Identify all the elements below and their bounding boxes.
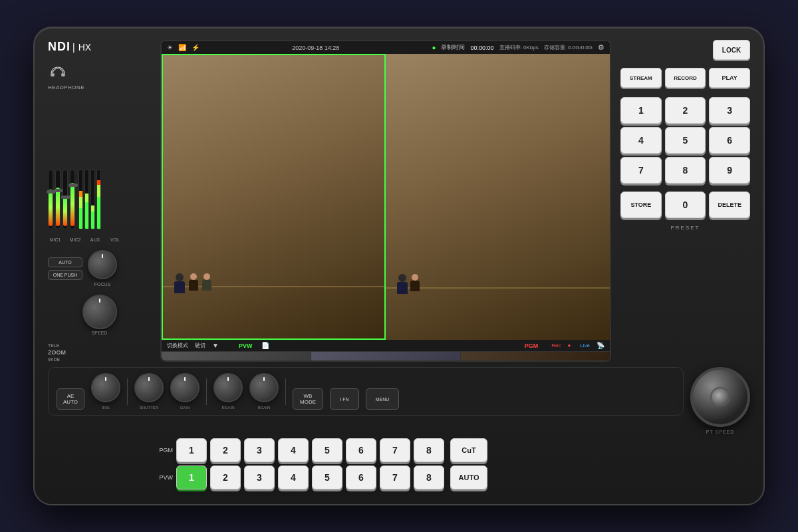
numpad-6[interactable]: 6 [709,127,750,154]
focus-label: FOCUS [94,282,111,287]
fader-aux [63,170,68,229]
one-push-button[interactable]: ONE PUSH [48,270,82,280]
settings-icon[interactable]: ⚙ [598,43,604,52]
person-2 [189,273,198,293]
numpad-2[interactable]: 2 [665,97,706,124]
delete-button[interactable]: DELETE [709,192,750,218]
svg-rect-1 [62,74,65,76]
bgain-knob[interactable] [249,373,279,402]
numpad-4[interactable]: 4 [620,127,662,154]
shutter-knob[interactable] [134,373,164,402]
meeting-scene-1 [163,55,384,338]
shutter-knob-indicator [148,377,150,381]
people-group-1 [174,273,203,293]
pvw-pgm-bar: 切换模式 硬切 ▼ PVW 📄 PGM Rec ● Live 📡 [162,340,610,351]
numpad-9[interactable]: 9 [709,157,750,184]
iris-knob-indicator [105,377,106,381]
wifi-live-icon: 📡 [597,342,604,349]
pgm-btn-8[interactable]: 8 [414,438,444,462]
vu-meter-3 [90,170,95,229]
numpad-7[interactable]: 7 [620,157,662,184]
pvw-btn-6[interactable]: 6 [346,466,376,489]
fader-track-vol[interactable] [70,170,75,229]
shutter-knob-group: SHUTTER [134,373,164,410]
pgm-row-label: PGM [154,447,173,454]
numpad: 1 2 3 4 5 6 7 8 9 [620,97,750,184]
numpad-1[interactable]: 1 [620,97,662,124]
cut-mode-btn[interactable]: 硬切 [195,342,205,349]
joystick[interactable] [690,367,750,427]
center-panel: ☀ 📶 ⚡ 2020-09-18 14:28 ● 录制时间 00:00:00 直… [160,40,611,362]
numpad-5[interactable]: 5 [665,127,706,154]
lock-button[interactable]: LOCK [713,40,750,60]
right-panel: LOCK STREAM RECORD PLAY 1 2 3 4 5 6 7 8 … [620,40,750,362]
pvw-btn-8[interactable]: 8 [414,466,444,489]
pvw-btn-7[interactable]: 7 [380,466,410,489]
iris-knob[interactable] [91,373,120,402]
pgm-btn-1[interactable]: 1 [176,438,207,462]
focus-knob[interactable] [88,250,117,279]
fader-mic1 [48,170,53,229]
pvw-btn-1[interactable]: 1 [176,466,207,489]
ae-auto-button[interactable]: AE AUTO [57,388,84,410]
wb-mode-group: WB MODE [293,388,323,410]
cut-auto-col: CuT [450,438,487,462]
pgm-btn-2[interactable]: 2 [210,438,241,462]
dropdown-arrow[interactable]: ▼ [212,342,219,349]
pvw-row-label: PVW [154,474,173,481]
rgain-knob[interactable] [213,373,243,402]
pvw-btn-3[interactable]: 3 [244,466,275,489]
person-4 [397,274,408,294]
auto-button[interactable]: AUTO [48,257,82,267]
play-button[interactable]: PLAY [709,68,750,88]
knobs-panel: AE AUTO IRIS SHUTTER [48,367,684,416]
model-text: HX [78,42,91,53]
fader-track-mic2[interactable] [55,170,61,229]
live-indicator: Live [580,342,590,348]
status-dot: ● [432,44,436,51]
fader-handle-aux[interactable] [61,196,70,199]
pvw-row: PVW 1 2 3 4 5 6 7 8 AUTO [154,466,617,489]
numpad-8[interactable]: 8 [665,157,706,184]
fader-track-aux[interactable] [63,170,68,229]
pgm-btn-3[interactable]: 3 [244,438,275,462]
wb-mode-button[interactable]: WB MODE [293,388,323,410]
vu-meters [78,170,101,229]
auto-transition-button[interactable]: AUTO [450,466,487,489]
fader-handle-mic2[interactable] [54,189,63,192]
person-head-5 [412,274,418,281]
pvw-btn-5[interactable]: 5 [312,466,342,489]
fader-handle-vol[interactable] [68,184,78,187]
pvw-btn-2[interactable]: 2 [210,466,241,489]
stream-button[interactable]: STREAM [620,68,662,88]
cut-button[interactable]: CuT [450,438,487,462]
shutter-label: SHUTTER [140,406,158,410]
pgm-btn-5[interactable]: 5 [312,438,342,462]
pgm-btn-7[interactable]: 7 [380,438,410,462]
store-button[interactable]: STORE [620,192,662,218]
person-head-1 [176,273,184,281]
speed-knob[interactable] [82,295,117,329]
menu-button[interactable]: MENU [366,388,399,410]
gain-knob[interactable] [170,373,200,402]
fader-label-mic2: MIC2 [68,237,82,242]
numpad-0[interactable]: 0 [665,192,706,218]
tele-label: TELE [48,343,151,348]
numpad-3[interactable]: 3 [709,97,750,124]
fader-level-mic1 [49,190,53,226]
fader-track-mic1[interactable] [48,170,53,229]
fader-mic2 [55,170,61,229]
fn-button[interactable]: I FN [330,388,359,410]
person-body-4 [397,282,408,294]
person-body-2 [189,280,198,291]
fn-group: I FN [330,388,359,410]
pgm-btn-4[interactable]: 4 [278,438,309,462]
pvw-btn-4[interactable]: 4 [278,466,309,489]
pgm-btn-6[interactable]: 6 [346,438,376,462]
vu-meter-2 [84,170,89,229]
pvw-label: PVW [239,342,253,349]
joystick-knob [710,387,730,407]
rgain-knob-group: RGAIN [213,373,243,410]
record-button[interactable]: RECORD [665,68,706,88]
bgain-label: BGAIN [258,406,271,410]
